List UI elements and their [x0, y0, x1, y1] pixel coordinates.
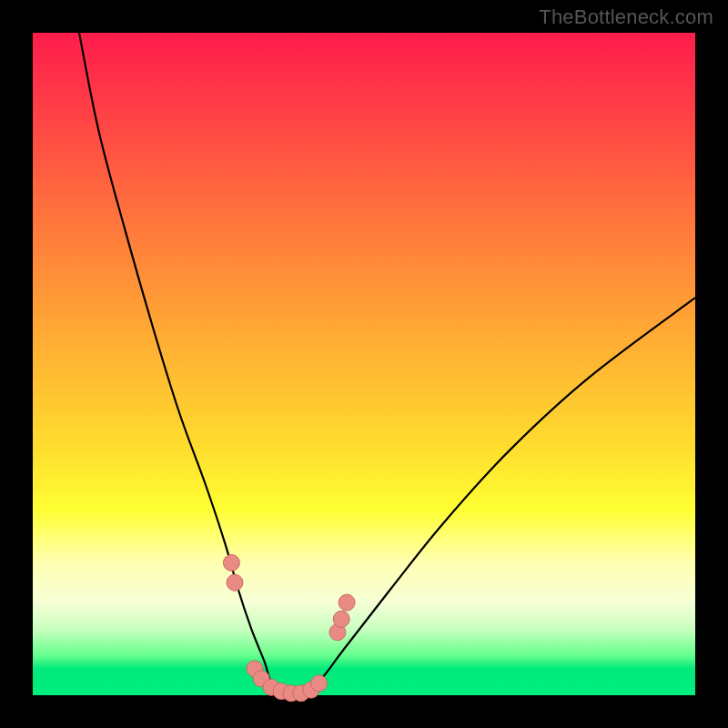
data-marker [227, 574, 243, 591]
data-marker [311, 675, 328, 692]
chart-svg [33, 33, 695, 695]
data-marker [223, 554, 239, 571]
markers-group [223, 554, 355, 701]
bottleneck-curve [79, 33, 695, 697]
plot-area [33, 33, 695, 695]
data-marker [333, 611, 349, 627]
outer-frame: TheBottleneck.com [0, 0, 728, 728]
data-marker [339, 594, 355, 611]
watermark-text: TheBottleneck.com [539, 5, 713, 29]
